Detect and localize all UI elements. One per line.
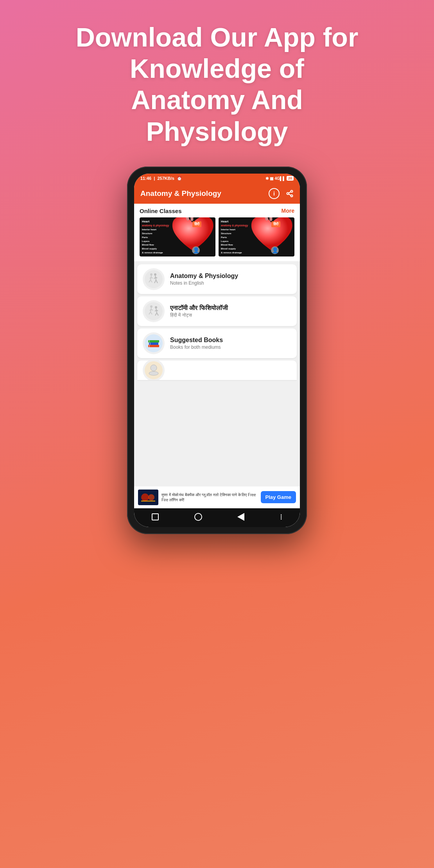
svg-point-10 [150, 273, 152, 276]
ad-image [138, 490, 158, 505]
svg-line-3 [289, 194, 291, 195]
menu-text-english: Anatomy & Physiology Notes in English [170, 273, 238, 286]
video-thumb-2[interactable]: Heart anatomy & physiology Interior hear… [219, 217, 294, 256]
svg-point-29 [155, 306, 157, 308]
battery-indicator: 20 [287, 176, 294, 181]
status-bar: 11:46 | 257KB/s ⏰ ✱ ▦ 4G▌▌ 20 [134, 174, 300, 183]
hero-section: Download Our App for Knowledge of Anatom… [0, 0, 434, 159]
app-bar-icons: i [269, 188, 294, 199]
svg-point-43 [151, 365, 157, 371]
menu-title-english: Anatomy & Physiology [170, 273, 238, 280]
status-left: 11:46 | 257KB/s ⏰ [140, 176, 182, 181]
video-row: Heart anatomy & physiology Interior hear… [134, 217, 300, 261]
menu-text-books: Suggested Books Books for both mediums [170, 337, 223, 350]
menu-icon-english [143, 268, 165, 290]
svg-rect-38 [148, 340, 159, 343]
status-time: 11:46 [140, 176, 151, 181]
bluetooth-icon: ✱ [265, 176, 269, 181]
menu-icon-books [143, 332, 165, 354]
menu-title-books: Suggested Books [170, 337, 223, 344]
play-game-button[interactable]: Play Game [261, 491, 296, 503]
svg-rect-48 [141, 500, 155, 502]
menu-text-hindi: एनाटॉमी और फिशियोलॉजी हिंदी में नोट्स [170, 305, 228, 318]
menu-item-hindi[interactable]: एनाटॉमी और फिशियोलॉजी हिंदी में नोट्स [137, 296, 297, 326]
svg-rect-36 [148, 345, 159, 347]
section-header: Online Classes More [134, 204, 300, 217]
menu-icon-hindi [143, 300, 165, 322]
more-link[interactable]: More [282, 208, 294, 214]
nav-back-btn[interactable] [237, 513, 244, 521]
ad-text: मुफ्त में मोको मंथ बैकपैक और ग्लू.वॉल स्… [161, 492, 258, 502]
share-icon[interactable] [286, 188, 294, 199]
phone-nav-bar: ⁞ [134, 508, 300, 527]
menu-subtitle-books: Books for both mediums [170, 344, 223, 350]
app-bar: Anatomy & Physiology i [134, 183, 300, 204]
nav-home-btn[interactable] [194, 513, 202, 521]
menu-icon-model [143, 360, 165, 380]
menu-item-books[interactable]: Suggested Books Books for both mediums [137, 328, 297, 358]
svg-point-44 [149, 371, 158, 375]
menu-list: Anatomy & Physiology Notes in English [134, 261, 300, 486]
section-title: Online Classes [140, 208, 182, 214]
svg-point-47 [148, 494, 154, 500]
svg-point-23 [150, 305, 152, 308]
svg-rect-5 [190, 217, 193, 221]
menu-subtitle-english: Notes in English [170, 280, 238, 286]
svg-rect-7 [269, 217, 272, 221]
phone-screen: 11:46 | 257KB/s ⏰ ✱ ▦ 4G▌▌ 20 Anatomy & … [134, 174, 300, 527]
svg-point-22 [145, 302, 163, 320]
nav-menu-btn[interactable]: ⁞ [280, 512, 282, 522]
nav-square-btn[interactable] [152, 513, 159, 520]
svg-point-9 [145, 270, 163, 288]
thumb-text-2: Heart anatomy & physiology Interior hear… [221, 220, 248, 255]
menu-item-english[interactable]: Anatomy & Physiology Notes in English [137, 264, 297, 294]
phone-device: 11:46 | 257KB/s ⏰ ✱ ▦ 4G▌▌ 20 Anatomy & … [127, 167, 307, 534]
screen-content: Online Classes More Heart anatomy & phys… [134, 204, 300, 527]
svg-point-16 [154, 273, 156, 276]
avatar-2: 👤 [271, 246, 279, 254]
svg-point-46 [141, 493, 149, 501]
ad-banner: मुफ्त में मोको मंथ बैकपैक और ग्लू.वॉल स्… [134, 486, 300, 508]
app-title: Anatomy & Physiology [140, 189, 221, 198]
thumb-text-1: Heart anatomy & physiology Interior hear… [142, 220, 169, 255]
menu-title-hindi: एनाटॉमी और फिशियोलॉजी [170, 305, 228, 312]
wifi-icon: ▦ [270, 176, 273, 181]
menu-item-model[interactable] [137, 360, 297, 380]
phone-wrapper: 11:46 | 257KB/s ⏰ ✱ ▦ 4G▌▌ 20 Anatomy & … [0, 167, 434, 534]
hindi-badge-1: हिंदी [192, 221, 201, 227]
video-thumb-1[interactable]: Heart anatomy & physiology Interior hear… [140, 217, 215, 256]
svg-line-4 [289, 192, 291, 193]
status-right: ✱ ▦ 4G▌▌ 20 [265, 176, 294, 181]
signal-icon: 4G▌▌ [274, 176, 285, 181]
status-speed: 257KB/s [157, 176, 174, 181]
menu-subtitle-hindi: हिंदी में नोट्स [170, 312, 228, 318]
hindi-badge-2: हिंदी [271, 221, 280, 227]
info-icon[interactable]: i [269, 188, 280, 199]
avatar-1: 👤 [192, 246, 200, 254]
hero-title: Download Our App for Knowledge of Anatom… [31, 22, 403, 147]
